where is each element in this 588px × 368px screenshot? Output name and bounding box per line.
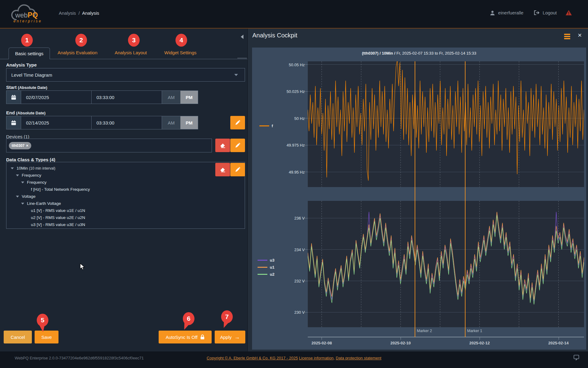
pencil-icon (235, 143, 240, 148)
end-date-input[interactable]: 02/14/2025 (21, 116, 92, 129)
y-axis-tick (304, 145, 308, 145)
legend-item-u2[interactable]: u2 (258, 272, 274, 277)
tree-collapse-icon[interactable] (21, 203, 24, 205)
end-label: End (Absolute Date) (6, 110, 46, 115)
y-axis-tick (304, 118, 308, 118)
data-class-tree[interactable]: 10Min(10 min interval)FrequencyFrequency… (6, 162, 245, 229)
marker-label: Marker 2 (417, 329, 432, 333)
y-axis-tick (304, 172, 308, 172)
legend-color-dash (258, 274, 267, 275)
menu-icon[interactable] (564, 34, 570, 40)
tree-item[interactable]: u1 [V] - RMS value u1E / u1N (6, 207, 245, 214)
tree-item[interactable]: f [Hz] - Total Network Frequency (6, 186, 245, 193)
legend-item-f[interactable]: f (259, 124, 273, 128)
frequency-chart[interactable] (308, 61, 584, 187)
tree-item-label: Frequency (27, 180, 47, 185)
marker-line[interactable] (415, 61, 415, 337)
autosync-toggle-button[interactable]: AutoSync Is Off (159, 331, 212, 343)
y-axis-tick (304, 64, 308, 65)
edit-devices-button[interactable] (230, 139, 245, 152)
webpq-logo[interactable]: webPQ enterprise (8, 2, 48, 26)
devices-input[interactable]: tth0307× (6, 139, 212, 152)
marker-line[interactable] (465, 61, 466, 337)
tree-item[interactable]: u2 [V] - RMS value u2E / u2N (6, 214, 245, 221)
end-calendar-button[interactable] (6, 116, 21, 129)
edit-daterange-button[interactable] (230, 116, 245, 129)
tree-item-label: f [Hz] - Total Network Frequency (31, 187, 90, 192)
x-axis-label: 2025-02-10 (390, 341, 411, 345)
start-label: Start (Absolute Date) (6, 85, 47, 90)
webpq-app: webPQ enterprise Analysis / Analysis ein… (0, 0, 588, 368)
save-button[interactable]: Save (35, 331, 58, 343)
footer-links: Copyright © A. Eberle GmbH & Co. KG 2017… (0, 356, 588, 360)
tree-collapse-icon[interactable] (16, 196, 19, 197)
tree-item[interactable]: 10Min(10 min interval) (6, 165, 245, 172)
clear-devices-button[interactable] (215, 139, 230, 152)
calendar-icon (11, 120, 16, 125)
logout-button[interactable]: Logout (543, 10, 557, 15)
edit-data-class-button[interactable] (230, 163, 245, 176)
tree-item[interactable]: Frequency (6, 172, 245, 179)
x-axis-line (308, 337, 584, 337)
cockpit-title: Analysis Cockpit (252, 32, 297, 39)
username[interactable]: einerfueralle (498, 10, 524, 15)
y-axis-label: 49.95 Hz (268, 170, 305, 174)
tree-collapse-icon[interactable] (16, 174, 19, 176)
collapse-panel-icon[interactable] (241, 35, 243, 39)
breadcrumb-separator: / (78, 10, 80, 16)
tree-collapse-icon[interactable] (21, 182, 24, 183)
chevron-down-icon (234, 74, 238, 76)
y-axis-label: 49.975 Hz (268, 143, 305, 148)
start-am-toggle[interactable]: AM (162, 91, 180, 104)
analysis-chart-card: (tth0307) / 10Min / Fr, 2025-02-07 15:33… (252, 48, 586, 350)
cancel-button[interactable]: Cancel (4, 331, 32, 343)
panel-splitter[interactable] (237, 58, 247, 58)
legend-item-u3[interactable]: u3 (258, 258, 274, 263)
analysis-type-select[interactable]: Level Time Diagram (6, 68, 245, 82)
end-pm-toggle[interactable]: PM (180, 116, 198, 129)
start-pm-toggle[interactable]: PM (180, 91, 198, 104)
start-calendar-button[interactable] (6, 91, 21, 104)
y-axis-label: 230 V (268, 310, 305, 315)
alert-icon[interactable] (565, 10, 572, 16)
chat-icon[interactable] (573, 355, 579, 361)
breadcrumb-section[interactable]: Analysis (59, 10, 76, 16)
start-time-input[interactable]: 03:33:00 (92, 91, 162, 104)
tree-item[interactable]: u3 [V] - RMS value u3E / u3N (6, 221, 245, 228)
clear-data-class-button[interactable] (215, 163, 230, 176)
legend-item-u1[interactable]: u1 (258, 265, 274, 270)
copyright-link[interactable]: Copyright © A. Eberle GmbH & Co. KG 2017… (207, 356, 298, 360)
tab-analysis-layout[interactable]: Analysis Layout (115, 50, 147, 55)
x-axis-label: 2025-02-12 (469, 341, 490, 345)
arrow-right-icon: → (234, 334, 240, 340)
legend-label: u3 (270, 258, 274, 263)
start-date-input[interactable]: 02/07/2025 (21, 91, 92, 104)
device-chip[interactable]: tth0307× (9, 142, 31, 149)
voltage-chart[interactable] (308, 201, 584, 327)
y-axis-tick (304, 249, 308, 250)
y-axis-tick (304, 312, 308, 312)
privacy-link[interactable]: Data protection statement (336, 356, 381, 360)
y-axis-label: 236 V (268, 216, 305, 220)
tree-item[interactable]: Frequency (6, 179, 245, 186)
end-am-toggle[interactable]: AM (162, 116, 180, 129)
end-time-input[interactable]: 03:33:00 (92, 116, 162, 129)
tab-basic-settings[interactable]: Basic settings (9, 48, 50, 59)
data-class-label: Data Class & Types (4) (6, 157, 55, 162)
start-datetime-row: 02/07/2025 03:33:00 AM PM (6, 90, 198, 104)
y-axis-label: 232 V (268, 279, 305, 283)
license-link[interactable]: License information (299, 356, 334, 360)
apply-button[interactable]: Apply → (215, 331, 245, 343)
tree-item[interactable]: Voltage (6, 193, 245, 200)
step-badge-2: 2 (75, 34, 87, 47)
tree-item[interactable]: Line-Earth Voltage (6, 200, 245, 207)
close-icon[interactable]: ✕ (578, 32, 582, 39)
tab-analysis-evaluation[interactable]: Analysis Evaluation (58, 50, 97, 55)
y-axis-label: 50.05 Hz (268, 62, 305, 67)
legend-label: u1 (270, 265, 274, 270)
tree-collapse-icon[interactable] (11, 167, 14, 169)
tab-widget-settings[interactable]: Widget Settings (164, 50, 196, 55)
tree-item-label: u3 [V] - RMS value u3E / u3N (31, 222, 85, 227)
remove-chip-icon[interactable]: × (26, 143, 28, 148)
step-badge-3: 3 (128, 34, 140, 47)
